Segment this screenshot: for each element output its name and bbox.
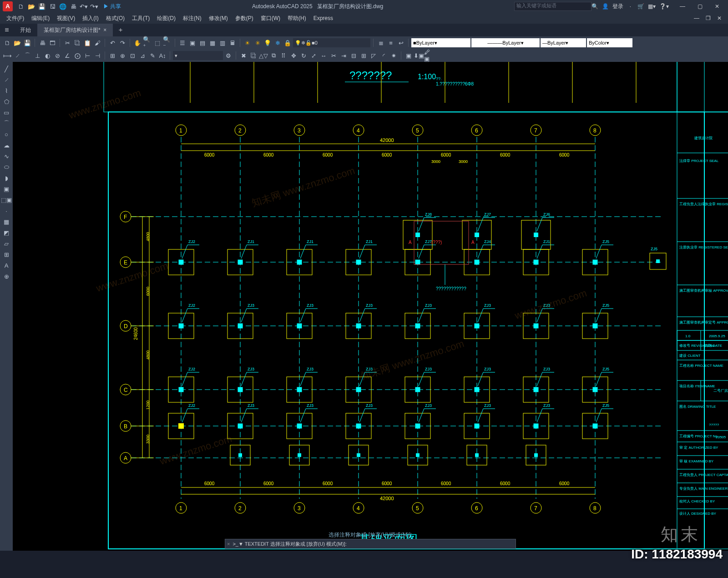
scale-icon[interactable]: ⤢ — [309, 51, 318, 60]
move-icon[interactable]: ✥ — [289, 51, 298, 60]
rotate-icon[interactable]: ↻ — [299, 51, 308, 60]
prop-icon[interactable]: ☰ — [178, 38, 187, 47]
save-icon[interactable]: 💾 — [37, 2, 46, 11]
erase-icon[interactable]: ✖ — [239, 51, 248, 60]
zoom-win-icon[interactable]: ⬚ — [153, 38, 162, 47]
cut-icon[interactable]: ✂ — [63, 38, 72, 47]
dimedit-icon[interactable]: ✎ — [148, 51, 157, 60]
saveas-icon[interactable]: 🖫 — [48, 2, 57, 11]
circle-icon[interactable]: ○ — [1, 129, 11, 139]
minimize-button[interactable]: — — [674, 1, 691, 12]
menu-dim[interactable]: 标注(N) — [180, 15, 204, 22]
make-block-icon[interactable]: ⬚▣ — [1, 195, 11, 205]
save-file-icon[interactable]: 💾 — [23, 38, 32, 47]
explode-icon[interactable]: ✷ — [389, 51, 398, 60]
light-icon[interactable]: ✳ — [253, 38, 262, 47]
menu-modify[interactable]: 修改(M) — [206, 15, 231, 22]
dim-ord-icon[interactable]: ⊥ — [33, 51, 42, 60]
ellipse-icon[interactable]: ⬭ — [1, 162, 11, 172]
sun-icon[interactable]: ☀ — [243, 38, 252, 47]
join-icon[interactable]: ⊞ — [359, 51, 368, 60]
login-link[interactable]: 登录 — [612, 3, 623, 10]
cart-icon[interactable]: 🛒 — [637, 3, 644, 10]
dimstyle-combo[interactable]: ▾ — [173, 51, 223, 60]
pline-icon[interactable]: ⌇ — [1, 86, 11, 96]
layer-mgr-icon[interactable]: ≣ — [376, 38, 385, 47]
extend-icon[interactable]: ⇥ — [339, 51, 348, 60]
paste-icon[interactable]: 📋 — [83, 38, 92, 47]
open-file-icon[interactable]: 📂 — [13, 38, 22, 47]
menu-window[interactable]: 窗口(W) — [258, 15, 283, 22]
dim-aligned-icon[interactable]: ⟋ — [13, 51, 22, 60]
trim-icon[interactable]: ✂ — [329, 51, 338, 60]
calc-icon[interactable]: 🖩 — [228, 38, 237, 47]
block-icon[interactable]: ▣ — [404, 51, 413, 60]
insert-icon[interactable]: ⬇▣ — [414, 51, 423, 60]
print-icon[interactable]: 🖶 — [38, 38, 47, 47]
polygon-icon[interactable]: ⬠ — [1, 96, 11, 106]
dim-cont-icon[interactable]: ⊣ — [93, 51, 102, 60]
copy-obj-icon[interactable]: ⿻ — [249, 51, 258, 60]
menu-express[interactable]: Express — [311, 15, 336, 21]
xline-icon[interactable]: ⟋ — [1, 75, 11, 85]
apps-icon[interactable]: ▦▾ — [648, 3, 656, 10]
menu-draw[interactable]: 绘图(D) — [154, 15, 178, 22]
chamfer-icon[interactable]: ◸ — [369, 51, 378, 60]
drawing-canvas[interactable]: ??????? 1:100 ??. 1.??????????6Φ8 建筑设计院 … — [13, 62, 728, 551]
help-icon[interactable]: ❔▾ — [659, 3, 669, 10]
layer-combo[interactable]: 💡❄🔓■ 0 — [293, 38, 370, 47]
bulb-on-icon[interactable]: 💡 — [263, 38, 272, 47]
redo-tool-icon[interactable]: ↷ — [118, 38, 127, 47]
point-icon[interactable]: · — [1, 206, 11, 216]
insert-block-icon[interactable]: ▣ — [1, 184, 11, 194]
menu-view[interactable]: 视图(V) — [54, 15, 78, 22]
command-text[interactable]: >_▼ TEXTEDIT 选择注释对象或 [放弃(U) 模式(M)]: — [233, 541, 346, 548]
menu-param[interactable]: 参数(P) — [233, 15, 256, 22]
color-combo[interactable]: ■ ByLayer ▾ — [411, 38, 470, 47]
mtext-icon[interactable]: A — [1, 260, 11, 270]
edit-block-icon[interactable]: 🖉▣ — [424, 51, 433, 60]
hamburger-icon[interactable]: ≡ — [0, 26, 14, 34]
undo-icon[interactable]: ↶▾ — [79, 2, 88, 11]
freeze-icon[interactable]: ❄ — [273, 38, 282, 47]
plotstyle-combo[interactable]: ByColor ▾ — [587, 38, 632, 47]
redo-icon[interactable]: ↷▾ — [90, 2, 99, 11]
preview-icon[interactable]: 🗔 — [48, 38, 57, 47]
menu-file[interactable]: 文件(F) — [4, 15, 27, 22]
tab-document[interactable]: 某框架厂房结构设计图* × — [37, 24, 113, 36]
search-input[interactable]: 输入关键字或短语 — [514, 2, 592, 11]
offset-icon[interactable]: ⧉ — [269, 51, 278, 60]
new-icon[interactable]: 🗋 — [16, 2, 25, 11]
addsel-icon[interactable]: ⊕ — [1, 271, 11, 281]
search-icon[interactable]: 🔍 — [592, 3, 598, 10]
dim-quick-icon[interactable]: ⨀ — [73, 51, 82, 60]
doc-close-icon[interactable]: ✕ — [714, 15, 724, 21]
lock-layer-icon[interactable]: 🔒 — [283, 38, 292, 47]
zoom-rt-icon[interactable]: 🔍⁺ — [143, 38, 152, 47]
maximize-button[interactable]: ▢ — [692, 1, 708, 12]
tool-pal-icon[interactable]: ▤ — [198, 38, 207, 47]
dim-arc-icon[interactable]: ⌒ — [23, 51, 32, 60]
dim-radius-icon[interactable]: ◐ — [43, 51, 52, 60]
gradient-icon[interactable]: ◩ — [1, 228, 11, 238]
menu-tools[interactable]: 工具(T) — [129, 15, 152, 22]
markup-icon[interactable]: ▥ — [218, 38, 227, 47]
center-icon[interactable]: ⊕ — [118, 51, 127, 60]
spline-icon[interactable]: ∿ — [1, 151, 11, 161]
plot-icon[interactable]: 🖶 — [69, 2, 78, 11]
doc-restore-icon[interactable]: ❐ — [703, 15, 713, 21]
dim-base-icon[interactable]: ⊢ — [83, 51, 92, 60]
dimtext-icon[interactable]: A↕ — [158, 51, 167, 60]
zoom-prev-icon[interactable]: 🔍⁻ — [163, 38, 172, 47]
pan-icon[interactable]: ✋ — [133, 38, 142, 47]
tab-start[interactable]: 开始 — [14, 24, 37, 36]
cmd-close-icon[interactable]: × — [227, 541, 230, 547]
doc-minimize-icon[interactable]: — — [691, 15, 702, 21]
menu-help[interactable]: 帮助(H) — [285, 15, 309, 22]
undo-tool-icon[interactable]: ↶ — [108, 38, 117, 47]
layer-state-icon[interactable]: ≡ — [386, 38, 395, 47]
dim-ang-icon[interactable]: ∠ — [63, 51, 72, 60]
menu-edit[interactable]: 编辑(E) — [29, 15, 52, 22]
fillet-icon[interactable]: ◜ — [379, 51, 388, 60]
app-logo[interactable]: A — [3, 1, 13, 11]
